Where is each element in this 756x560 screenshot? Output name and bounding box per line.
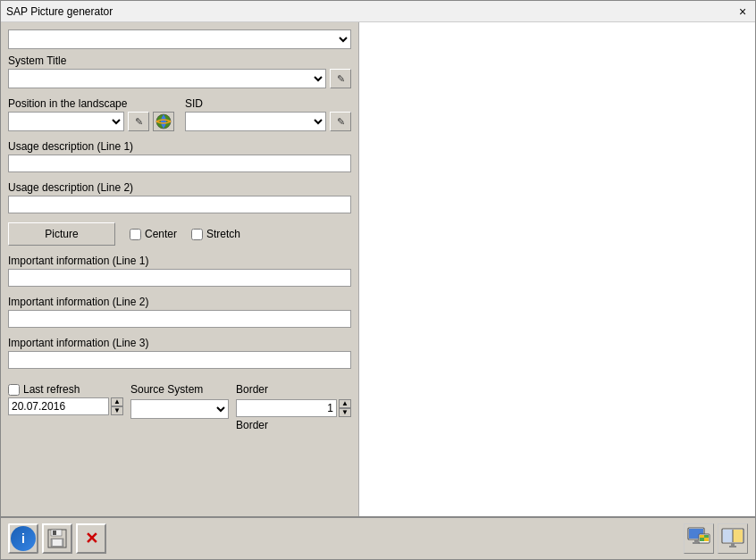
- center-checkbox-label[interactable]: Center: [130, 228, 177, 240]
- sid-group: SID ✎: [185, 97, 351, 131]
- svg-rect-5: [53, 539, 62, 546]
- important-line3-label: Important information (Line 3): [8, 337, 351, 349]
- usage-line1-group: Usage description (Line 1): [8, 140, 351, 172]
- position-dropdown[interactable]: [8, 112, 124, 131]
- window-body: System Title ✎ Position in the landscape: [1, 22, 755, 516]
- window-title: SAP Picture generator: [6, 5, 113, 18]
- center-checkbox[interactable]: [130, 229, 141, 240]
- important-line2-label: Important information (Line 2): [8, 296, 351, 308]
- last-refresh-checkbox[interactable]: [8, 384, 20, 396]
- border-bottom-label: Border: [236, 419, 268, 431]
- toolbar-row: [8, 29, 351, 49]
- info-button[interactable]: i: [8, 523, 38, 554]
- usage-line1-input[interactable]: [8, 155, 351, 172]
- cancel-button[interactable]: ✕: [76, 523, 106, 554]
- date-spin-down[interactable]: ▼: [111, 406, 123, 415]
- border-top-label: Border: [236, 383, 268, 396]
- important-line1-input[interactable]: [8, 269, 351, 287]
- system-title-row: ✎: [8, 69, 351, 88]
- source-system-group: Source System: [130, 383, 229, 419]
- monitor2-button[interactable]: [718, 523, 748, 554]
- last-refresh-row: Last refresh 20.07.2016 ▲ ▼ Source Syst: [8, 383, 351, 433]
- picture-button[interactable]: Picture: [8, 222, 115, 246]
- source-system-label: Source System: [130, 383, 229, 396]
- pencil-icon-sid: ✎: [337, 116, 345, 128]
- center-label: Center: [145, 228, 177, 240]
- last-refresh-checkbox-label[interactable]: Last refresh: [8, 383, 123, 396]
- pencil-icon-pos: ✎: [135, 116, 143, 128]
- border-group: Border 1 ▲ ▼ Border: [236, 383, 351, 433]
- sid-dropdown[interactable]: [185, 112, 326, 131]
- position-edit-button[interactable]: ✎: [128, 112, 149, 131]
- info-icon: i: [11, 526, 36, 551]
- important-line3-group: Important information (Line 3): [8, 337, 351, 369]
- svg-rect-8: [694, 539, 698, 542]
- sid-label: SID: [185, 97, 351, 110]
- important-line2-input[interactable]: [8, 310, 351, 328]
- last-refresh-left: Last refresh 20.07.2016 ▲ ▼: [8, 383, 123, 415]
- cancel-icon: ✕: [85, 529, 98, 548]
- usage-line1-label: Usage description (Line 1): [8, 140, 351, 153]
- system-title-group: System Title ✎: [8, 54, 351, 88]
- svg-rect-14: [700, 538, 704, 541]
- system-title-edit-button[interactable]: ✎: [330, 69, 351, 88]
- close-button[interactable]: ×: [735, 4, 750, 19]
- position-sid-row: Position in the landscape ✎: [8, 97, 351, 131]
- position-label: Position in the landscape: [8, 97, 174, 110]
- monitor1-icon: [686, 527, 711, 550]
- date-spin-up[interactable]: ▲: [111, 397, 123, 406]
- picture-row: Picture Center Stretch: [8, 222, 351, 246]
- date-row: 20.07.2016 ▲ ▼: [8, 397, 123, 415]
- svg-rect-15: [704, 538, 709, 541]
- system-title-dropdown[interactable]: [8, 69, 326, 88]
- monitor1-button[interactable]: [684, 523, 714, 554]
- top-dropdown[interactable]: [8, 29, 351, 49]
- important-line3-input[interactable]: [8, 351, 351, 369]
- important-line1-group: Important information (Line 1): [8, 255, 351, 287]
- svg-rect-4: [53, 531, 56, 535]
- sid-edit-button[interactable]: ✎: [330, 112, 351, 131]
- bottom-section: Last refresh 20.07.2016 ▲ ▼ Source Syst: [8, 383, 351, 437]
- footer: i ✕: [1, 516, 755, 559]
- usage-line2-label: Usage description (Line 2): [8, 181, 351, 194]
- title-bar: SAP Picture generator ×: [1, 1, 755, 22]
- border-spinner: ▲ ▼: [339, 399, 351, 417]
- stretch-checkbox[interactable]: [191, 229, 203, 240]
- source-system-dropdown[interactable]: [130, 399, 229, 419]
- position-globe-button[interactable]: [153, 112, 174, 131]
- border-spin-down[interactable]: ▼: [339, 408, 351, 417]
- position-group: Position in the landscape ✎: [8, 97, 174, 131]
- left-panel: System Title ✎ Position in the landscape: [1, 22, 358, 516]
- save-button[interactable]: [42, 523, 72, 554]
- sid-controls: ✎: [185, 112, 351, 131]
- svg-rect-13: [704, 535, 709, 538]
- monitor2-icon: [720, 527, 745, 550]
- usage-line2-input[interactable]: [8, 196, 351, 213]
- svg-rect-21: [729, 546, 736, 547]
- usage-line2-group: Usage description (Line 2): [8, 181, 351, 213]
- important-line1-label: Important information (Line 1): [8, 255, 351, 267]
- important-line2-group: Important information (Line 2): [8, 296, 351, 328]
- stretch-label: Stretch: [206, 228, 240, 240]
- last-refresh-label: Last refresh: [23, 383, 80, 396]
- pencil-icon: ✎: [337, 73, 345, 85]
- svg-rect-20: [731, 543, 735, 546]
- position-controls: ✎: [8, 112, 174, 131]
- svg-rect-17: [723, 530, 733, 542]
- stretch-checkbox-label[interactable]: Stretch: [191, 228, 240, 240]
- border-input-row: 1 ▲ ▼: [236, 399, 351, 417]
- date-spinner: ▲ ▼: [111, 397, 123, 415]
- system-title-label: System Title: [8, 54, 351, 67]
- right-panel: [358, 22, 755, 516]
- border-spin-up[interactable]: ▲: [339, 399, 351, 408]
- date-input[interactable]: 20.07.2016: [8, 397, 109, 415]
- globe-icon: [154, 113, 173, 130]
- svg-rect-12: [700, 535, 704, 538]
- border-input[interactable]: 1: [236, 399, 337, 417]
- main-window: SAP Picture generator × System Title: [0, 0, 756, 560]
- svg-rect-18: [733, 530, 743, 542]
- floppy-icon: [47, 529, 67, 548]
